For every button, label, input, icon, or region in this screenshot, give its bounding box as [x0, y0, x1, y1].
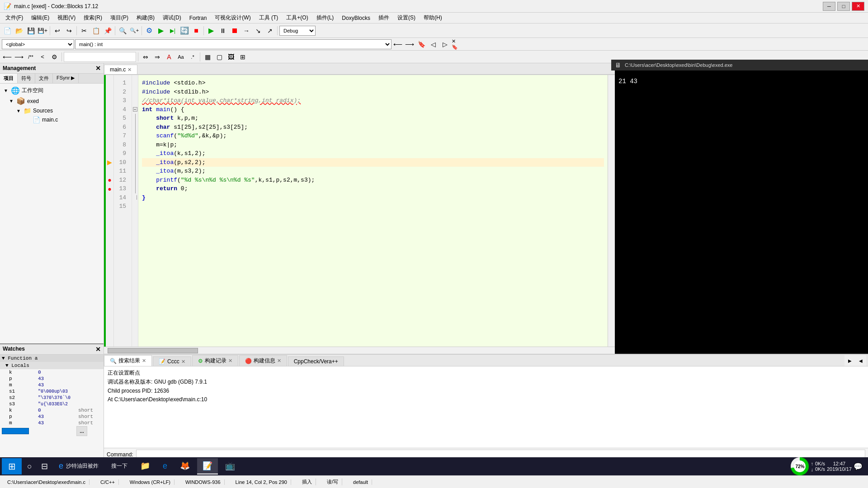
sym-arrow-right[interactable]: ⇒ [152, 52, 163, 62]
menu-tools-plus[interactable]: 工具+(O) [283, 13, 311, 23]
task-firefox[interactable]: 🦊 [175, 458, 195, 474]
debug-run-btn[interactable]: ▶ [206, 25, 217, 36]
settings2-btn[interactable]: ⚙ [49, 52, 60, 62]
logs-tab-build-info[interactable]: 🔴 构建信息 ✕ [239, 355, 287, 366]
menu-plugin2[interactable]: 插件 [375, 13, 393, 23]
gutter-12-bp[interactable]: ● [106, 176, 113, 185]
comment-btn[interactable]: /** [25, 52, 36, 62]
build-config-select[interactable]: Debug Release [279, 26, 316, 36]
sym-undo-btn[interactable]: ⟵ [2, 52, 13, 62]
workspace-item[interactable]: ▼ 🌐 工作空间 [2, 85, 102, 96]
minimize-button[interactable]: ─ [823, 2, 835, 11]
save-all-btn[interactable]: 💾+ [37, 25, 48, 36]
gutter-13-bp[interactable]: ● [106, 184, 113, 193]
watches-close-btn[interactable]: ✕ [95, 346, 101, 353]
maximize-button[interactable]: □ [837, 2, 850, 11]
run-to-btn[interactable]: ▶| [167, 25, 178, 36]
menu-tools[interactable]: 工具 (T) [255, 13, 282, 23]
menu-help[interactable]: 帮助(H) [420, 13, 446, 23]
function-select[interactable]: main() : int [75, 39, 392, 49]
menu-project[interactable]: 项目(P) [107, 13, 132, 23]
editor-vscroll[interactable] [608, 75, 615, 347]
menu-search[interactable]: 搜索(R) [80, 13, 106, 23]
undo-btn[interactable]: ↩ [52, 25, 63, 36]
tab-project[interactable]: 项目 [0, 74, 18, 83]
tab-fsynr[interactable]: FSynr ▶ [53, 74, 79, 83]
task-browser-ie[interactable]: e 沙特油田被炸 [53, 458, 104, 474]
tab-files[interactable]: 文件 [35, 74, 53, 83]
angle-btn[interactable]: < [37, 52, 48, 62]
debug-stop-btn[interactable]: ⏹ [229, 25, 240, 36]
redo-btn[interactable]: ↪ [64, 25, 75, 36]
bookmark-next-btn[interactable]: ▷ [439, 39, 450, 50]
mono-btn[interactable]: ⊞ [237, 52, 248, 62]
rect-btn[interactable]: ▢ [214, 52, 225, 62]
copy-btn[interactable]: 📋 [90, 25, 101, 36]
close-button[interactable]: ✕ [852, 2, 864, 11]
regex-btn[interactable]: .* [187, 52, 198, 62]
hscroll-thumb[interactable] [108, 348, 198, 353]
cut-btn[interactable]: ✂ [79, 25, 90, 36]
task-codeblocks[interactable]: 📝 [197, 458, 218, 474]
tab-symbol[interactable]: 符号 [18, 74, 35, 83]
menu-visual[interactable]: 可视化设计(W) [211, 13, 254, 23]
fold-4[interactable]: − [132, 105, 138, 114]
save-btn[interactable]: 💾 [25, 25, 36, 36]
context-select[interactable]: <global> [2, 39, 74, 49]
logs-scrollbar-right[interactable]: ▶ [844, 355, 855, 366]
replace-btn[interactable]: 🔍+ [129, 25, 140, 36]
new-file-btn[interactable]: 📄 [2, 25, 13, 36]
search-input[interactable] [64, 52, 136, 62]
sources-item[interactable]: ▼ 📁 Sources [2, 106, 102, 115]
compile-btn[interactable]: ⚙ [144, 25, 155, 36]
expand-locals[interactable]: ▼ [5, 363, 9, 368]
menu-doxyblocks[interactable]: DoxyBlocks [338, 14, 374, 22]
logs-tab-build-log[interactable]: ⚙ 构建记录 ✕ [192, 355, 238, 366]
menu-fortran[interactable]: Fortran [186, 14, 211, 22]
tab-close-build-log[interactable]: ✕ [228, 358, 232, 364]
highlight-btn[interactable]: A [164, 52, 175, 62]
menu-settings[interactable]: 设置(S) [394, 13, 419, 23]
task-view-btn[interactable]: ⊟ [38, 458, 52, 474]
menu-view[interactable]: 视图(V) [54, 13, 79, 23]
menu-file[interactable]: 文件(F) [2, 13, 27, 23]
nav-fwd-btn[interactable]: ⟶ [404, 39, 415, 50]
menu-debug[interactable]: 调试(D) [159, 13, 185, 23]
logs-scrollbar-left[interactable]: ◀ [855, 355, 866, 366]
menu-edit[interactable]: 编辑(E) [28, 13, 53, 23]
sym-arrow-left[interactable]: ⇔ [140, 52, 151, 62]
bookmark-btn[interactable]: 🔖 [416, 39, 427, 50]
task-files-btn[interactable]: 📁 [135, 458, 156, 474]
select-btn[interactable]: ▦ [202, 52, 213, 62]
debug-step-btn[interactable]: ↘ [253, 25, 264, 36]
clear-bookmark-btn[interactable]: ✕🔖 [451, 39, 462, 50]
open-btn[interactable]: 📂 [14, 25, 24, 36]
tab-close-build-info[interactable]: ✕ [277, 358, 281, 364]
debug-next-btn[interactable]: → [241, 25, 252, 36]
menu-plugins[interactable]: 插件(L) [313, 13, 338, 23]
editor-tab-mainc[interactable]: main.c ✕ [104, 65, 137, 74]
panel-close-btn[interactable]: ✕ [95, 65, 101, 72]
tab-close-cccc[interactable]: ✕ [181, 359, 185, 365]
run-btn[interactable]: ▶ [156, 25, 166, 36]
menu-build[interactable]: 构建(B) [133, 13, 158, 23]
paste-btn[interactable]: 📌 [102, 25, 113, 36]
tab-close-search[interactable]: ✕ [142, 358, 146, 364]
match-btn[interactable]: Aa [175, 52, 186, 62]
task-search-btn[interactable]: ○ [24, 458, 36, 474]
watches-scrollbar[interactable] [2, 428, 29, 434]
debug-pause-btn[interactable]: ⏸ [217, 25, 228, 36]
tab-close-btn[interactable]: ✕ [127, 67, 132, 73]
logs-tab-search[interactable]: 🔍 搜索结果 ✕ [104, 355, 152, 366]
task-search-app[interactable]: 搜一下 [106, 458, 133, 474]
logs-tab-cccc[interactable]: 📝 Cccc ✕ [153, 357, 191, 366]
expand-func[interactable]: ▼ [2, 356, 5, 361]
debug-stepout-btn[interactable]: ↗ [264, 25, 275, 36]
mainc-item[interactable]: 📄 main.c [2, 115, 102, 124]
code-text[interactable]: #include <stdio.h> #include <stdlib.h> /… [138, 75, 608, 347]
start-button[interactable]: ⊞ [2, 458, 22, 474]
nav-back-btn[interactable]: ⟵ [392, 39, 403, 50]
sym-next-btn[interactable]: ⟶ [14, 52, 24, 62]
watches-more-btn[interactable]: … [76, 426, 87, 436]
task-app2[interactable]: 📺 [220, 458, 241, 474]
